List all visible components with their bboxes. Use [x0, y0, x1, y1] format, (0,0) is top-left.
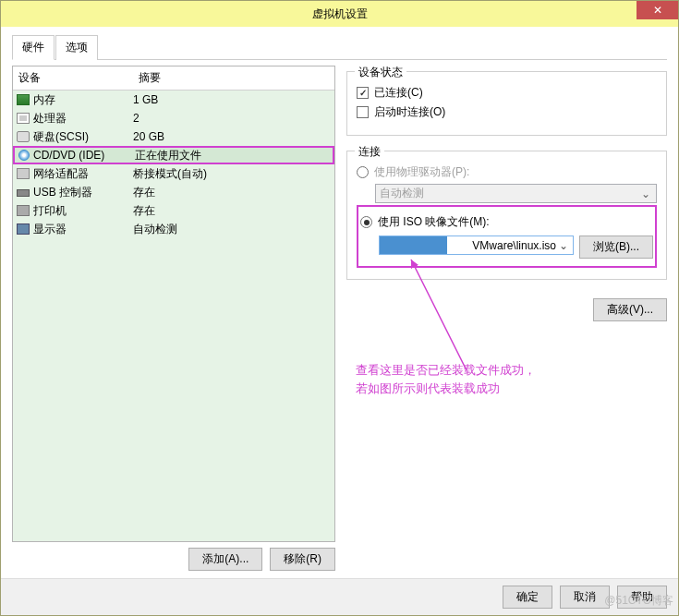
device-row[interactable]: 打印机存在 [13, 201, 334, 220]
tab-options[interactable]: 选项 [55, 35, 98, 60]
connect-at-power-checkbox[interactable] [357, 106, 369, 118]
use-physical-label: 使用物理驱动器(P): [374, 164, 469, 180]
annotation-text: 查看这里是否已经装载文件成功， 若如图所示则代表装载成功 [356, 361, 536, 397]
tab-strip: 硬件 选项 [12, 34, 667, 60]
content-area: 硬件 选项 设备 摘要 内存1 GB处理器2硬盘(SCSI)20 GBCD/DV… [1, 27, 678, 578]
device-row[interactable]: 网络适配器桥接模式(自动) [13, 164, 334, 183]
cd-icon [18, 150, 30, 161]
connect-at-power-row[interactable]: 启动时连接(O) [357, 104, 657, 120]
remove-button[interactable]: 移除(R) [270, 548, 335, 571]
device-summary: 存在 [133, 185, 331, 200]
device-name: 内存 [33, 92, 55, 108]
disk-icon [17, 131, 30, 142]
device-row[interactable]: 内存1 GB [13, 91, 334, 109]
device-summary: 2 [133, 112, 331, 125]
left-buttons: 添加(A)... 移除(R) [12, 548, 335, 571]
connection-group: 连接 使用物理驱动器(P): 自动检测 使用 ISO 映像文件(M): [346, 151, 667, 280]
connect-at-power-label: 启动时连接(O) [374, 104, 445, 120]
settings-window: 虚拟机设置 ✕ 硬件 选项 设备 摘要 内存1 GB处理器2硬盘(SCSI)20… [0, 0, 679, 616]
connection-title: 连接 [355, 144, 384, 160]
device-row[interactable]: 显示器自动检测 [13, 220, 334, 238]
device-name: 显示器 [33, 222, 67, 237]
device-summary: 桥接模式(自动) [133, 166, 331, 182]
iso-highlight: 使用 ISO 映像文件(M): VMware\linux.iso 浏览(B)..… [357, 205, 657, 268]
col-summary-header: 摘要 [133, 66, 334, 90]
connected-row[interactable]: 已连接(C) [357, 85, 657, 101]
device-status-group: 设备状态 已连接(C) 启动时连接(O) [346, 71, 667, 136]
device-name: 硬盘(SCSI) [33, 129, 89, 145]
annotation-line2: 若如图所示则代表装载成功 [356, 380, 536, 398]
device-list-header: 设备 摘要 [13, 66, 334, 91]
left-panel: 设备 摘要 内存1 GB处理器2硬盘(SCSI)20 GBCD/DVD (IDE… [12, 66, 335, 571]
device-row[interactable]: CD/DVD (IDE)正在使用文件 [13, 146, 334, 164]
device-summary: 20 GB [133, 130, 331, 143]
iso-path-combo[interactable]: VMware\linux.iso [379, 236, 574, 255]
display-icon [17, 223, 30, 235]
iso-file-row: VMware\linux.iso 浏览(B)... [379, 236, 653, 259]
advanced-row: 高级(V)... [346, 298, 667, 321]
device-summary: 存在 [133, 203, 331, 219]
physical-drive-combo[interactable]: 自动检测 [375, 184, 657, 203]
cpu-icon [17, 113, 30, 124]
cancel-button[interactable]: 取消 [560, 586, 610, 609]
watermark: @51CTO博客 [604, 593, 673, 609]
printer-icon [17, 205, 30, 216]
titlebar: 虚拟机设置 ✕ [1, 1, 678, 27]
usb-icon [17, 189, 30, 197]
window-title: 虚拟机设置 [1, 6, 678, 22]
device-name: 打印机 [33, 203, 67, 219]
close-icon: ✕ [653, 4, 662, 17]
device-summary: 1 GB [133, 93, 331, 106]
main-row: 设备 摘要 内存1 GB处理器2硬盘(SCSI)20 GBCD/DVD (IDE… [12, 66, 667, 571]
iso-path-text: VMware\linux.iso [472, 239, 556, 252]
ok-button[interactable]: 确定 [503, 586, 552, 609]
device-row[interactable]: 硬盘(SCSI)20 GB [13, 127, 334, 146]
add-button[interactable]: 添加(A)... [188, 548, 262, 571]
use-physical-row[interactable]: 使用物理驱动器(P): [357, 164, 657, 180]
use-iso-label: 使用 ISO 映像文件(M): [378, 214, 490, 230]
tab-hardware[interactable]: 硬件 [12, 35, 55, 60]
connected-label: 已连接(C) [374, 85, 423, 101]
device-name: 处理器 [33, 111, 67, 127]
use-physical-radio[interactable] [357, 166, 369, 178]
device-name: USB 控制器 [33, 185, 92, 200]
device-row[interactable]: USB 控制器存在 [13, 183, 334, 201]
device-name: 网络适配器 [33, 166, 89, 182]
browse-button[interactable]: 浏览(B)... [579, 236, 653, 259]
annotation-line1: 查看这里是否已经装载文件成功， [356, 361, 536, 380]
device-summary: 自动检测 [133, 222, 331, 237]
use-iso-row[interactable]: 使用 ISO 映像文件(M): [360, 214, 653, 230]
device-name: CD/DVD (IDE) [33, 149, 104, 162]
use-iso-radio[interactable] [360, 216, 372, 228]
connected-checkbox[interactable] [357, 87, 369, 99]
device-list[interactable]: 设备 摘要 内存1 GB处理器2硬盘(SCSI)20 GBCD/DVD (IDE… [12, 66, 335, 542]
mem-icon [17, 94, 30, 105]
right-panel: 设备状态 已连接(C) 启动时连接(O) 连接 使用物理驱动器(P): [346, 66, 667, 571]
device-row[interactable]: 处理器2 [13, 109, 334, 127]
device-summary: 正在使用文件 [135, 148, 329, 163]
close-button[interactable]: ✕ [637, 1, 678, 19]
device-status-title: 设备状态 [355, 65, 406, 80]
col-device-header: 设备 [13, 66, 133, 90]
net-icon [17, 168, 30, 179]
advanced-button[interactable]: 高级(V)... [593, 298, 667, 321]
dialog-footer: 确定 取消 帮助 [1, 578, 678, 615]
